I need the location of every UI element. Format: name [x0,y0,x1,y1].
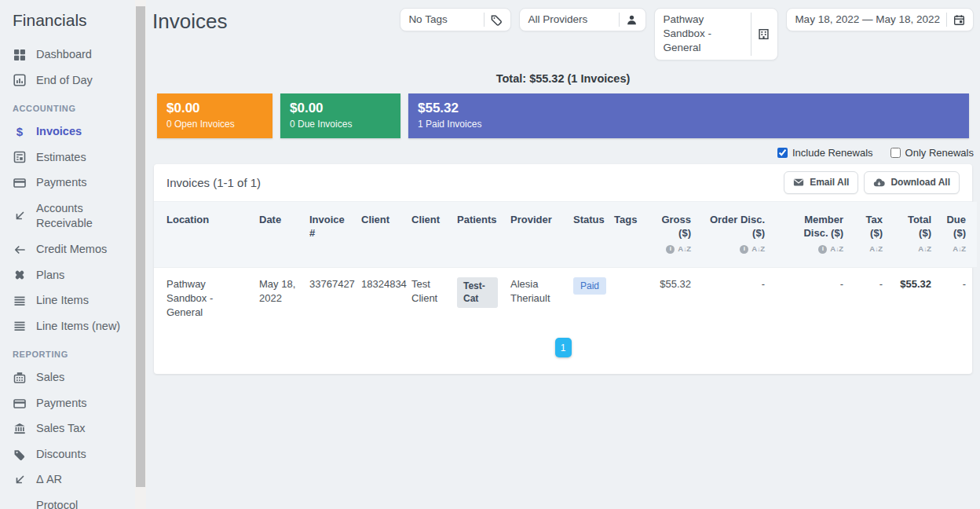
sidebar-item-label: Line Items (new) [36,319,120,335]
due-invoices-card: $0.00 0 Due Invoices [280,93,400,138]
col-header-location: Location [154,202,253,267]
tags-filter-value: No Tags [408,13,477,27]
sidebar-item-label: Sales Tax [36,421,86,437]
only-renewals-label: Only Renewals [905,147,974,159]
divider [751,13,751,56]
sidebar-item-label: Dashboard [36,47,92,63]
sidebar-item-delta-ar[interactable]: Δ AR [13,472,130,488]
info-icon: i [666,245,675,254]
include-renewals-input[interactable] [777,148,788,158]
cell-location: Pathway Sandbox - General [154,267,253,329]
sidebar-item-line-items-new[interactable]: Line Items (new) [13,319,130,335]
sidebar-section-reporting: REPORTING [13,350,130,359]
cell-tax: - [850,267,889,329]
col-header-member-disc[interactable]: Member Disc. ($) iA↓Z [771,202,850,267]
sort-alpha-icon[interactable]: A↓Z [830,244,843,255]
divider [619,13,620,27]
col-header-tax[interactable]: Tax ($) A↓Z [850,202,889,267]
pagination: 1 [154,329,972,374]
sidebar-item-sales-tax[interactable]: Sales Tax [13,421,130,437]
col-header-order-disc[interactable]: Order Disc. ($) iA↓Z [697,202,771,267]
sidebar-item-label: Plans [36,268,64,284]
filter-bar: No Tags All Providers Pathway Sandbox - … [400,8,974,60]
col-header-invoice-number: Invoice # [303,202,355,267]
sidebar-item-accounts-receivable[interactable]: Accounts Receivable [13,201,130,232]
col-header-due[interactable]: Due ($) A↓Z [938,202,977,267]
sidebar-item-sales[interactable]: Sales [13,370,130,386]
sidebar-item-dashboard[interactable]: Dashboard [13,47,130,63]
tag-icon [13,449,27,461]
include-renewals-checkbox[interactable]: Include Renewals [777,147,873,159]
sidebar-item-plans[interactable]: Plans [13,268,130,284]
total-summary: Total: $55.32 (1 Invoices) [152,72,974,85]
sidebar-item-label: Δ AR [36,472,62,488]
invoices-card: Invoices (1-1 of 1) Email All Download A… [154,164,972,374]
cloud-download-icon [873,177,885,189]
col-header-client-name: Client [405,202,451,267]
providers-filter-value: All Providers [528,13,612,27]
col-header-total[interactable]: Total ($) A↓Z [889,202,938,267]
invoice-row[interactable]: Pathway Sandbox - General May 18, 2022 3… [154,267,977,329]
download-all-button[interactable]: Download All [864,171,960,194]
cell-provider: Alesia Theriault [504,267,567,329]
sort-alpha-icon[interactable]: A↓Z [869,244,883,255]
cell-invoice-number: 33767427 [303,267,355,329]
status-badge: Paid [573,277,606,295]
credit-card-icon [13,397,27,410]
cell-patients: Test-Cat [451,267,504,329]
pagination-page-1[interactable]: 1 [555,338,572,357]
only-renewals-checkbox[interactable]: Only Renewals [890,147,974,159]
cell-due: - [938,267,977,329]
bank-icon [13,423,27,435]
sidebar-scrollbar-thumb[interactable] [136,6,145,487]
sidebar-title: Financials [13,11,130,30]
sidebar-item-label: Line Items [36,293,89,309]
sidebar-item-label: Payments [36,396,86,412]
location-filter[interactable]: Pathway Sandbox - General [654,8,778,60]
patient-badge: Test-Cat [457,277,498,309]
table-header-row: Location Date Invoice # Client Client Pa… [154,202,977,267]
date-range-filter[interactable]: May 18, 2022 — May 18, 2022 [786,8,974,31]
open-label: 0 Open Invoices [166,119,263,130]
open-invoices-card: $0.00 0 Open Invoices [157,93,272,138]
only-renewals-input[interactable] [890,148,901,158]
email-all-button[interactable]: Email All [784,171,858,194]
sidebar-item-discounts[interactable]: Discounts [13,447,130,463]
cell-order-disc: - [697,267,771,329]
sidebar-item-estimates[interactable]: Estimates [13,150,130,166]
renewals-options: Include Renewals Only Renewals [152,147,974,159]
arrow-left-icon [13,244,27,256]
bar-chart-square-icon [13,74,27,86]
cell-member-disc: - [771,267,850,329]
info-icon: i [818,245,827,254]
page-title: Invoices [152,9,227,34]
sidebar-item-credit-memos[interactable]: Credit Memos [13,242,130,258]
sidebar-item-protocol-reminders[interactable]: Protocol Reminders [13,498,130,509]
divider [484,13,485,27]
sidebar-item-label: End of Day [36,73,93,89]
calendar-icon [953,14,965,26]
sidebar-item-payments[interactable]: Payments [13,175,130,191]
sort-alpha-icon[interactable]: A↓Z [678,244,691,255]
sort-alpha-icon[interactable]: A↓Z [751,244,765,255]
sidebar-item-invoices[interactable]: $ Invoices [13,124,130,140]
credit-card-icon [13,177,27,189]
total-amount: $55.32 [529,72,564,85]
providers-filter[interactable]: All Providers [519,8,646,31]
sidebar-item-label: Estimates [36,150,86,166]
col-header-tags: Tags [608,202,641,267]
sidebar-scrollbar[interactable] [135,0,146,509]
sidebar-item-label: Invoices [36,124,82,140]
tags-filter[interactable]: No Tags [400,8,511,31]
sidebar: Financials Dashboard End of Day ACCOUNTI… [0,0,135,509]
total-count: (1 Invoices) [568,72,631,85]
sort-alpha-icon[interactable]: A↓Z [918,244,931,255]
sidebar-item-payments-report[interactable]: Payments [13,396,130,412]
sort-alpha-icon[interactable]: A↓Z [953,244,966,255]
col-header-gross[interactable]: Gross ($) iA↓Z [641,202,697,267]
arrow-down-left-icon [13,210,27,222]
sidebar-item-end-of-day[interactable]: End of Day [13,73,130,89]
sidebar-item-label: Sales [36,370,64,386]
sidebar-item-line-items[interactable]: Line Items [13,293,130,309]
cell-total: $55.32 [889,267,938,329]
